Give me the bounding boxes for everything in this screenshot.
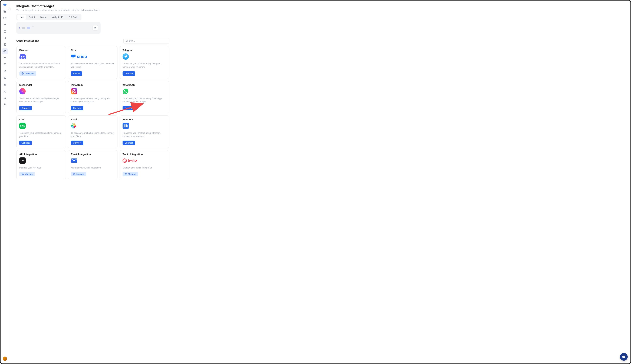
intercom-icon: [123, 123, 166, 129]
svg-point-9: [5, 18, 5, 18]
card-title: Crisp: [71, 49, 115, 52]
tab-script[interactable]: Script: [27, 14, 37, 20]
instagram-icon: [71, 88, 115, 94]
card-title: WhatsApp: [123, 84, 166, 86]
sidebar-item-live[interactable]: [2, 15, 8, 21]
sidebar-item-contacts[interactable]: [2, 42, 8, 48]
svg-point-26: [4, 90, 5, 91]
manage-button[interactable]: Manage: [123, 172, 138, 176]
card-desc: Manage your Twilio Integration: [123, 166, 166, 170]
card-title: Email Integration: [71, 153, 115, 156]
connect-button[interactable]: Connect: [19, 140, 32, 145]
sidebar-item-integrations[interactable]: [2, 48, 8, 54]
svg-point-41: [624, 357, 625, 357]
discord-icon: [19, 53, 63, 60]
card-desc: To access your chatbot using Slack, conn…: [71, 132, 115, 138]
svg-rect-39: [622, 356, 625, 358]
page-title: Integrate Chatbot Widget: [16, 4, 623, 8]
tab-qr-code[interactable]: QR Code: [66, 14, 81, 20]
sidebar-item-export[interactable]: [2, 62, 8, 68]
svg-point-1: [5, 4, 6, 5]
integrations-grid: Discord Your chatbot is connected to you…: [16, 46, 169, 179]
card-title: Discord: [19, 49, 63, 52]
svg-point-20: [6, 70, 6, 71]
integration-card-messenger: Messenger To access your chatbot using M…: [16, 81, 66, 114]
card-desc: To access your chatbot using Crisp, conn…: [71, 62, 115, 69]
card-desc: To access your chatbot using Intercom, c…: [123, 132, 166, 138]
sidebar-item-chat[interactable]: [2, 35, 8, 41]
svg-rect-6: [5, 10, 6, 11]
svg-point-24: [5, 84, 6, 85]
user-avatar[interactable]: [3, 356, 7, 361]
svg-point-4: [5, 3, 5, 3]
sidebar-item-docs[interactable]: [2, 28, 8, 34]
whatsapp-icon: [123, 88, 166, 94]
connect-button[interactable]: Connect: [123, 71, 135, 76]
email-icon: [71, 158, 115, 164]
svg-point-43: [624, 355, 624, 356]
manage-button[interactable]: Manage: [19, 172, 35, 176]
copy-button[interactable]: [93, 25, 98, 30]
chat-widget-fab[interactable]: [620, 353, 628, 361]
card-title: Messenger: [19, 84, 63, 86]
sidebar: ›: [1, 0, 9, 364]
integration-card-telegram: Telegram To access your chatbot using Te…: [120, 46, 169, 79]
enable-button[interactable]: Enable: [71, 71, 82, 76]
svg-point-30: [5, 97, 6, 98]
card-title: Instagram: [71, 84, 115, 86]
integration-card-api: API Integration API Manage your API keys…: [16, 150, 66, 180]
card-title: Telegram: [123, 49, 166, 52]
card-desc: Manage your API keys: [19, 166, 63, 170]
svg-point-36: [74, 174, 75, 174]
sidebar-item-labs[interactable]: [2, 102, 8, 108]
card-desc: Manage your Email Integration: [71, 166, 115, 170]
slack-icon: [71, 123, 115, 129]
twilio-icon: twilio: [123, 158, 166, 164]
svg-point-23: [4, 84, 5, 85]
sidebar-item-settings-gear[interactable]: [2, 75, 8, 81]
card-desc: To access your chatbot using Telegram, c…: [123, 62, 166, 69]
svg-rect-8: [5, 12, 6, 12]
api-icon: API: [19, 158, 63, 164]
card-title: API Integration: [19, 153, 63, 156]
sidebar-item-tuning[interactable]: [2, 68, 8, 74]
sidebar-item-automations[interactable]: [2, 22, 8, 28]
integration-card-crisp: Crisp crisp To access your chatbot using…: [68, 46, 118, 79]
connect-button[interactable]: Connect: [123, 140, 135, 145]
line-icon: LINE: [19, 123, 63, 129]
svg-point-0: [4, 4, 5, 5]
card-title: Slack: [71, 118, 115, 121]
svg-point-33: [22, 73, 23, 74]
card-title: Line: [19, 118, 63, 121]
integration-card-slack: Slack To access your chatbot using Slack…: [68, 116, 118, 148]
main-content: Integrate Chatbot Widget You can integra…: [9, 0, 630, 364]
sidebar-item-bot[interactable]: [2, 82, 8, 88]
svg-point-34: [22, 174, 23, 174]
manage-button[interactable]: Manage: [71, 172, 86, 176]
sidebar-item-add-user[interactable]: [2, 88, 8, 94]
sidebar-item-undo[interactable]: [2, 55, 8, 61]
tab-widget-uid[interactable]: Widget UID: [49, 14, 66, 20]
card-desc: Your chatbot is connected to your Discor…: [19, 62, 63, 69]
configure-button[interactable]: Configure: [19, 71, 36, 76]
connect-button[interactable]: Connect: [71, 140, 83, 145]
tab-iframe[interactable]: Iframe: [38, 14, 49, 20]
tab-link[interactable]: Link: [17, 14, 26, 20]
code-skeleton: h: [19, 27, 34, 29]
card-desc: To access your chatbot using WhatsApp, c…: [123, 97, 166, 104]
messenger-icon: [19, 88, 63, 94]
integration-card-intercom: Intercom To access your chatbot using In…: [120, 116, 169, 148]
connect-button[interactable]: Connect: [123, 106, 135, 110]
card-desc: To access your chatbot using Messenger, …: [19, 97, 63, 104]
code-snippet-box: h: [16, 22, 101, 34]
sidebar-item-dashboard[interactable]: [2, 8, 8, 14]
connect-button[interactable]: Connect: [71, 106, 83, 110]
svg-point-37: [126, 174, 126, 174]
search-input[interactable]: [124, 38, 169, 44]
section-title: Other Integrations: [16, 39, 39, 42]
sidebar-item-team[interactable]: [2, 95, 8, 101]
svg-point-21: [5, 78, 5, 78]
connect-button[interactable]: Connect: [19, 106, 32, 110]
svg-rect-7: [4, 12, 5, 12]
card-desc: To access your chatbot using Instagram, …: [71, 97, 115, 104]
